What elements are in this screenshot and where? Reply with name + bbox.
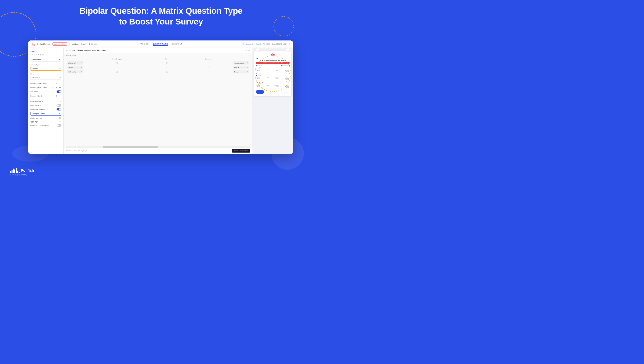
preview-logo-bars [271, 53, 274, 55]
randomize-toggle[interactable] [56, 124, 62, 127]
grid-icon[interactable]: ⊞ [91, 43, 93, 45]
statements-increment[interactable]: + [58, 82, 62, 85]
radio-1-3[interactable] [208, 62, 210, 64]
answer-type-section: Answer Type Bipolar [28, 63, 64, 72]
matrix-data-table: Strongly agree Agree Somew... Waterproof [66, 57, 250, 74]
num-labels-row: Number of labels − 4 + [28, 94, 64, 98]
user-email: dev@pollfish.com [36, 43, 51, 45]
stmt-cheap-remove[interactable]: ✕ [246, 71, 248, 73]
more-icon[interactable]: ⋮ [289, 43, 290, 45]
hire-expert-link[interactable]: Hire an expert [242, 43, 252, 45]
plb4 [273, 54, 274, 55]
copy-icon[interactable]: ⧉ [38, 54, 39, 56]
share-icon[interactable]: ⬆ [89, 43, 90, 45]
radio-3-3[interactable] [208, 71, 210, 73]
nav-audience[interactable]: AUDIENCE [139, 43, 149, 46]
delete-icon[interactable]: 🗑 [40, 54, 41, 56]
prodege-link[interactable]: Prodege [12, 174, 18, 176]
nav-checkout[interactable]: CHECKOUT [172, 43, 182, 46]
radio-1-1[interactable] [116, 62, 118, 64]
prev-radio-2-4[interactable] [262, 75, 264, 76]
stmt-cheap-text: Cheap [234, 71, 246, 73]
question-type-select[interactable]: Matrix table [30, 58, 62, 62]
upgrade-button[interactable]: Upgrade to Elite [52, 43, 67, 46]
radio-2-1[interactable] [116, 67, 118, 68]
nav-prev-icon[interactable]: ‹ [242, 49, 242, 51]
brand-bars [10, 168, 20, 173]
stmt-non-waterproof-remove[interactable]: ✕ [246, 62, 248, 64]
scale-increment[interactable]: + [58, 86, 62, 89]
page-title: Bipolar Question: A Matrix Question Type… [4, 6, 318, 27]
predefined-select[interactable]: Disagree - Agree [30, 112, 62, 115]
question-type-section: Matrix table [28, 56, 64, 63]
prev-radio-2-2[interactable] [258, 75, 260, 76]
settings-icon[interactable]: ⚙ [246, 49, 247, 51]
undo-icon[interactable]: ↩ [30, 54, 31, 56]
prev-radio-1-2[interactable] [258, 67, 260, 68]
radio-2-3[interactable] [208, 67, 210, 68]
stmt-casual-remove[interactable]: ✕ [80, 66, 82, 68]
preview-radios-3 [256, 83, 290, 84]
answer-type-select[interactable]: Bipolar [30, 67, 62, 71]
logo-bar-5 [34, 45, 35, 46]
preview-brand-name: Pollfish [271, 55, 274, 56]
recall-info-icon[interactable]: ⓘ [60, 101, 62, 103]
question-text: What do you thing about this jacket? [76, 49, 240, 51]
top-bar: dev@pollfish.com Upgrade to Elite Untitl… [28, 41, 293, 48]
stmt-non-waterproof-text: Non waterproof [234, 62, 246, 64]
prev-radio-1-3[interactable] [260, 67, 262, 68]
up-icon[interactable]: ↑ [34, 54, 35, 56]
redo-icon[interactable]: ↪ [32, 54, 34, 56]
labels-increment[interactable]: + [58, 94, 62, 97]
prev-radio-1-1[interactable] [256, 67, 257, 68]
language-selector[interactable]: English [80, 43, 87, 45]
nav-questionnaire[interactable]: QUESTIONNAIRE [153, 43, 168, 46]
radio-3-2[interactable] [166, 71, 168, 73]
down-icon[interactable]: ↓ [36, 54, 37, 56]
nav-next-icon[interactable]: › [244, 49, 244, 51]
prev-radio-2-3[interactable] [260, 75, 262, 76]
divider [70, 43, 70, 46]
prev-radio-1-4[interactable] [262, 67, 264, 68]
preview-next-button[interactable]: › [286, 48, 290, 52]
eye-icon[interactable]: 👁 [42, 54, 44, 56]
sl-1: Strongly agree [256, 68, 261, 72]
prev-radio-3-4[interactable] [262, 83, 264, 84]
confirm-button[interactable]: ✓ [256, 90, 264, 94]
logic-icon[interactable]: ⇒ [60, 121, 62, 123]
shuffle-toggle[interactable] [56, 117, 62, 119]
preview-prev-button[interactable]: ‹ [256, 48, 260, 52]
scrollbar-thumb[interactable] [103, 146, 158, 148]
radio-1-2[interactable] [166, 62, 168, 64]
home-icon[interactable]: ⌂ [30, 50, 32, 52]
stmt-waterproof-remove[interactable]: ✕ [80, 62, 82, 64]
style-select[interactable]: Horizontal [30, 76, 62, 80]
select-value-btn[interactable]: SELECT A VALUE PER STATEMENT [256, 62, 290, 64]
add-labels-toggle[interactable] [56, 90, 62, 93]
expand-icon[interactable]: ⊞ [66, 49, 68, 51]
sl-3-2: Agree [266, 85, 269, 88]
recall-info-row: Recall Information ⓘ [28, 100, 64, 103]
count-label: 600 [94, 43, 96, 45]
prev-radio-3-3[interactable] [260, 83, 262, 84]
sl-3: Somewhat agree [274, 68, 280, 72]
plb3 [272, 53, 273, 55]
batch-answers-toggle[interactable] [56, 104, 62, 107]
stmt-formal-remove[interactable]: ✕ [246, 66, 248, 68]
prev-radio-3-2[interactable] [258, 83, 260, 84]
radio-3-1[interactable] [116, 71, 118, 73]
prev-radio-3-1[interactable] [256, 83, 257, 84]
stmt-high-quality-remove[interactable]: ✕ [80, 71, 82, 73]
scale-decrement[interactable]: − [51, 86, 54, 89]
add-question-button[interactable]: + Add new question [232, 149, 250, 152]
preview-section-2: Casual Formal Strongly agree Agree Somew… [256, 73, 290, 80]
labels-decrement[interactable]: − [51, 94, 54, 97]
eye-preview-icon[interactable]: 👁 [248, 49, 250, 51]
statements-decrement[interactable]: − [51, 82, 54, 85]
predefined-toggle[interactable] [56, 108, 62, 110]
brand-name: Pollfish [21, 168, 34, 173]
scrollbar-track [66, 146, 250, 148]
question-icons: ‹ › ⚙ 👁 [242, 49, 250, 51]
prev-radio-2-1[interactable] [256, 75, 257, 76]
radio-2-2[interactable] [166, 67, 168, 68]
